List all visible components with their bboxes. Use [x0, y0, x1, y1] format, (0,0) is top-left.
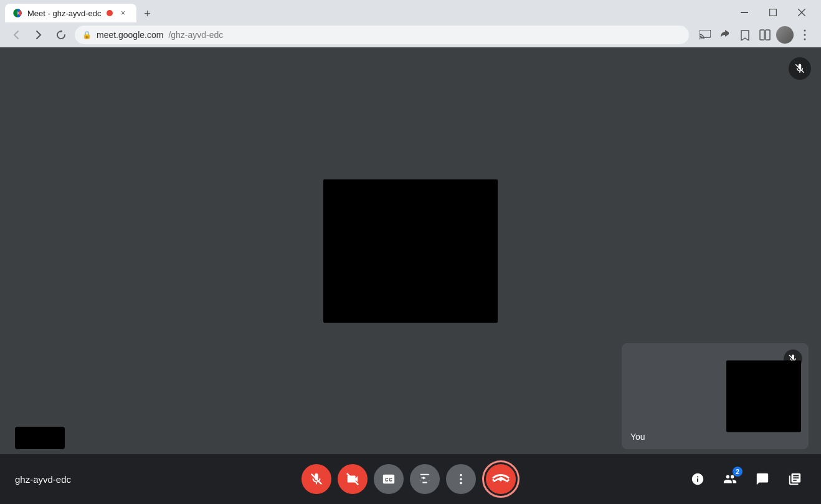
svg-point-6	[700, 38, 701, 40]
bottom-bar: ghz-ayvd-edc	[0, 454, 821, 504]
address-bar: 🔒 meet.google.com/ghz-ayvd-edc	[0, 22, 821, 47]
self-video-box	[726, 361, 801, 432]
people-count-badge: 2	[733, 467, 743, 477]
end-call-wrapper	[482, 460, 520, 498]
bookmark-icon[interactable]	[736, 26, 754, 44]
close-button[interactable]	[787, 2, 816, 22]
reading-mode-icon[interactable]	[756, 26, 774, 44]
controls-bar	[301, 460, 520, 498]
url-bar[interactable]: 🔒 meet.google.com/ghz-ayvd-edc	[75, 26, 689, 44]
captions-button[interactable]	[374, 464, 404, 494]
right-controls: 2	[684, 465, 809, 493]
video-button[interactable]	[338, 464, 368, 494]
end-call-button[interactable]	[486, 464, 516, 494]
svg-rect-1	[741, 12, 748, 13]
back-button[interactable]	[7, 26, 25, 44]
tab-close-button[interactable]: ×	[118, 7, 129, 19]
svg-point-9	[804, 30, 806, 32]
tab-title: Meet - ghz-ayvd-edc	[27, 9, 102, 18]
svg-point-17	[460, 478, 462, 480]
mute-button[interactable]	[301, 464, 331, 494]
meeting-code-label: ghz-ayvd-edc	[15, 474, 71, 485]
browser-frame: Meet - ghz-ayvd-edc × +	[0, 0, 821, 504]
profile-avatar[interactable]	[776, 26, 794, 44]
meeting-info-button[interactable]	[684, 465, 711, 493]
share-icon[interactable]	[716, 26, 734, 44]
svg-rect-2	[770, 9, 777, 16]
tab-favicon	[12, 8, 22, 18]
svg-point-10	[804, 34, 806, 36]
toolbar-icons	[696, 26, 814, 44]
forward-button[interactable]	[30, 26, 47, 44]
svg-rect-7	[760, 30, 764, 40]
window-controls	[730, 2, 816, 22]
more-options-button[interactable]	[446, 464, 476, 494]
self-name-label: You	[630, 432, 645, 442]
svg-rect-8	[766, 30, 770, 40]
url-domain: meet.google.com	[97, 30, 163, 40]
mute-indicator-icon	[789, 57, 811, 80]
reload-button[interactable]	[52, 26, 70, 44]
people-button[interactable]: 2	[716, 465, 744, 493]
svg-point-18	[460, 482, 462, 485]
recording-dot	[107, 10, 113, 16]
svg-point-16	[460, 474, 462, 477]
url-path: /ghz-ayvd-edc	[168, 30, 223, 40]
meet-content: You ghz-ayvd-edc	[0, 47, 821, 504]
active-tab[interactable]: Meet - ghz-ayvd-edc ×	[5, 4, 136, 22]
cast-icon[interactable]	[696, 26, 714, 44]
minimize-button[interactable]	[730, 2, 759, 22]
self-view-pip[interactable]: You	[622, 343, 809, 449]
self-view-inner: You	[622, 343, 809, 449]
participant-name-label	[15, 427, 65, 449]
menu-button[interactable]	[796, 26, 814, 44]
activities-button[interactable]	[781, 465, 809, 493]
svg-point-11	[804, 39, 806, 40]
maximize-button[interactable]	[759, 2, 787, 22]
main-video-box	[323, 179, 498, 323]
present-button[interactable]	[410, 464, 440, 494]
new-tab-button[interactable]: +	[139, 5, 156, 22]
lock-icon: 🔒	[82, 31, 92, 39]
chat-button[interactable]	[749, 465, 776, 493]
